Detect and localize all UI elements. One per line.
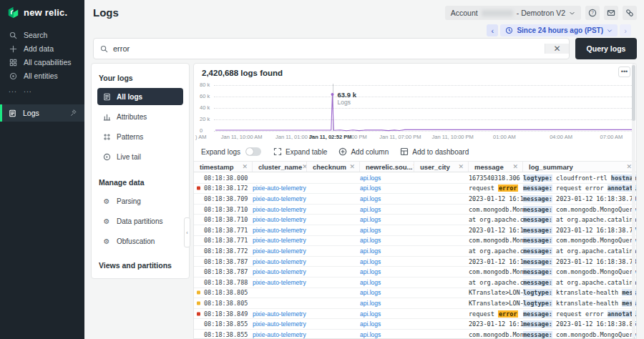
cluster-link[interactable]: pixie-auto-telemetry — [253, 258, 306, 265]
source-link[interactable]: api.logs — [360, 289, 381, 296]
remove-column-icon[interactable]: ✕ — [458, 163, 464, 170]
source-link[interactable]: api.logs — [360, 237, 381, 244]
sidebar-item-all-entities[interactable]: All entities — [0, 69, 84, 82]
source-link[interactable]: api.logs — [360, 268, 381, 275]
sidebar-item-search[interactable]: Search — [0, 29, 84, 41]
expand-logs-toggle[interactable] — [245, 147, 261, 156]
scrollbar-thumb[interactable] — [632, 65, 635, 121]
column-header-checknum[interactable]: checknum✕ — [307, 162, 360, 172]
column-header-newrelic-sou-[interactable]: newrelic.sou...✕ — [360, 162, 414, 172]
log-table-row[interactable]: 08:18:38.710pixie-auto-telemetryapi.logs… — [194, 205, 636, 215]
log-table-row[interactable]: 08:18:38.172pixie-auto-telemetryapi.logs… — [194, 184, 636, 195]
cluster-link[interactable]: pixie-auto-telemetry — [253, 247, 306, 255]
log-table-row[interactable]: 08:18:38.000api.logs1673540318.306 …logt… — [194, 173, 636, 184]
x-axis-tick: Jan 11, 10:00 PM — [432, 134, 474, 140]
nav-item-live-tail[interactable]: Live tail — [97, 148, 183, 165]
x-axis-tick: Jan 11, 10:00 AM — [221, 134, 263, 140]
time-forward-button[interactable]: › — [620, 24, 631, 36]
query-logs-button[interactable]: Query logs — [575, 38, 637, 59]
log-table-row[interactable]: 08:18:38.771pixie-auto-telemetryapi.logs… — [194, 236, 636, 247]
source-link[interactable]: api.logs — [360, 279, 381, 286]
brand[interactable]: new relic. — [0, 0, 84, 19]
source-link[interactable]: api.logs — [360, 300, 381, 307]
log-table-row[interactable]: 08:18:38.849pixie-auto-telemetryapi.logs… — [194, 309, 636, 320]
chart-options-button[interactable]: ••• — [618, 67, 630, 77]
nav-item-data-partitions[interactable]: ⚙Data partitions — [97, 212, 183, 230]
nav-item-parsing[interactable]: ⚙Parsing — [97, 192, 183, 210]
collapse-panel-button[interactable]: ‹ — [184, 217, 190, 247]
log-table-row[interactable]: 08:18:38.855pixie-auto-telemetryapi.logs… — [194, 330, 636, 338]
cluster-link[interactable]: pixie-auto-telemetry — [253, 206, 306, 213]
remove-column-icon[interactable]: ✕ — [626, 163, 632, 170]
cluster-link[interactable]: pixie-auto-telemetry — [253, 237, 306, 244]
sidebar-item-logs[interactable]: Logs — [0, 104, 84, 122]
cluster-link[interactable]: pixie-auto-telemetry — [253, 279, 306, 286]
sidebar-item-all-capabilities[interactable]: All capabilities — [0, 56, 84, 69]
share-link-button[interactable] — [623, 6, 637, 20]
column-header-message[interactable]: message✕ — [469, 162, 523, 172]
source-link[interactable]: api.logs — [360, 206, 381, 213]
cluster-link[interactable]: pixie-auto-telemetry — [253, 268, 306, 275]
pin-icon[interactable] — [70, 109, 77, 117]
column-header-log-summary[interactable]: log_summary✕ — [523, 162, 636, 172]
cluster-link[interactable]: pixie-auto-telemetry — [253, 195, 306, 202]
logs-timeseries-chart[interactable]: 80 k60 k40 k20 k063.9 kLogs) AMJan 11, 1… — [194, 82, 636, 144]
source-link[interactable]: api.logs — [360, 175, 381, 182]
log-table-row[interactable]: 08:18:38.805api.logsKTranslate>LON-…logt… — [194, 298, 636, 309]
cluster-link[interactable]: pixie-auto-telemetry — [253, 310, 306, 318]
cluster-link[interactable]: pixie-auto-telemetry — [253, 320, 306, 328]
source-link[interactable]: api.logs — [360, 185, 381, 192]
log-table-row[interactable]: 08:18:38.771pixie-auto-telemetryapi.logs… — [194, 225, 636, 236]
remove-column-icon[interactable]: ✕ — [242, 163, 248, 170]
column-header-cluster-name[interactable]: cluster_name✕ — [253, 162, 307, 172]
source-link[interactable]: api.logs — [360, 258, 381, 265]
log-table-row[interactable]: 08:18:38.709pixie-auto-telemetryapi.logs… — [194, 194, 636, 205]
sidebar-item-add-data[interactable]: Add data — [0, 42, 84, 55]
nav-item-patterns[interactable]: Patterns — [97, 128, 183, 145]
nav-item-all-logs[interactable]: All logs — [97, 88, 183, 105]
log-table-row[interactable]: 08:18:38.855pixie-auto-telemetryapi.logs… — [194, 319, 636, 330]
source-link[interactable]: api.logs — [360, 247, 381, 255]
nav-item-obfuscation[interactable]: ⚙Obfuscation — [97, 232, 183, 250]
cell-newrelic-source: api.logs — [360, 331, 414, 338]
help-button[interactable]: ? — [585, 6, 600, 20]
time-range-button[interactable]: Since 24 hours ago (PST) — [500, 24, 618, 36]
add-column-button[interactable]: Add column — [338, 147, 389, 156]
nav-item-attributes[interactable]: Attributes — [97, 108, 183, 125]
expand-table-button[interactable]: Expand table — [273, 147, 327, 156]
source-link[interactable]: api.logs — [360, 331, 381, 338]
cell-timestamp: 08:18:38.710 — [194, 216, 253, 223]
remove-column-icon[interactable]: ✕ — [349, 163, 355, 170]
column-header-timestamp[interactable]: timestamp✕ — [194, 162, 253, 172]
time-back-button[interactable]: ‹ — [487, 24, 498, 36]
source-link[interactable]: api.logs — [360, 216, 381, 223]
feedback-button[interactable] — [604, 6, 618, 20]
log-table-row[interactable]: 08:18:38.787pixie-auto-telemetryapi.logs… — [194, 267, 636, 277]
x-axis-tick: 04:00 AM — [550, 134, 572, 140]
remove-column-icon[interactable]: ✕ — [512, 163, 518, 170]
nav-link-saved-views[interactable]: Saved views› — [97, 275, 183, 279]
log-table-row[interactable]: 08:18:38.788pixie-auto-telemetryapi.logs… — [194, 277, 636, 288]
log-search-input[interactable] — [113, 44, 545, 53]
cluster-link[interactable]: pixie-auto-telemetry — [253, 331, 306, 338]
cluster-link[interactable]: pixie-auto-telemetry — [253, 216, 306, 223]
sidebar-item-more[interactable]: ...... — [0, 83, 84, 96]
cluster-link[interactable]: pixie-auto-telemetry — [253, 227, 306, 234]
log-table-row[interactable]: 08:18:38.710pixie-auto-telemetryapi.logs… — [194, 215, 636, 225]
source-link[interactable]: api.logs — [360, 195, 381, 202]
source-link[interactable]: api.logs — [360, 320, 381, 328]
log-table-row[interactable]: 08:18:38.805api.logsKTranslate>LON-…logt… — [194, 288, 636, 299]
cluster-link[interactable]: pixie-auto-telemetry — [253, 185, 306, 192]
cell-timestamp: 08:18:38.855 — [194, 331, 253, 338]
source-link[interactable]: api.logs — [360, 310, 381, 318]
table-scrollbar[interactable] — [632, 64, 635, 338]
source-link[interactable]: api.logs — [360, 227, 381, 234]
clear-query-button[interactable]: ✕ — [545, 44, 569, 54]
log-table-row[interactable]: 08:18:38.772pixie-auto-telemetryapi.logs… — [194, 246, 636, 257]
remove-column-icon[interactable]: ✕ — [302, 163, 307, 170]
add-to-dashboard-button[interactable]: Add to dashboard — [400, 147, 469, 156]
help-icon: ? — [588, 9, 597, 17]
column-header-user-city[interactable]: user_city✕ — [414, 162, 469, 172]
log-table-row[interactable]: 08:18:38.787pixie-auto-telemetryapi.logs… — [194, 257, 636, 267]
account-selector[interactable]: Account - Demotron V2 — [445, 6, 581, 20]
